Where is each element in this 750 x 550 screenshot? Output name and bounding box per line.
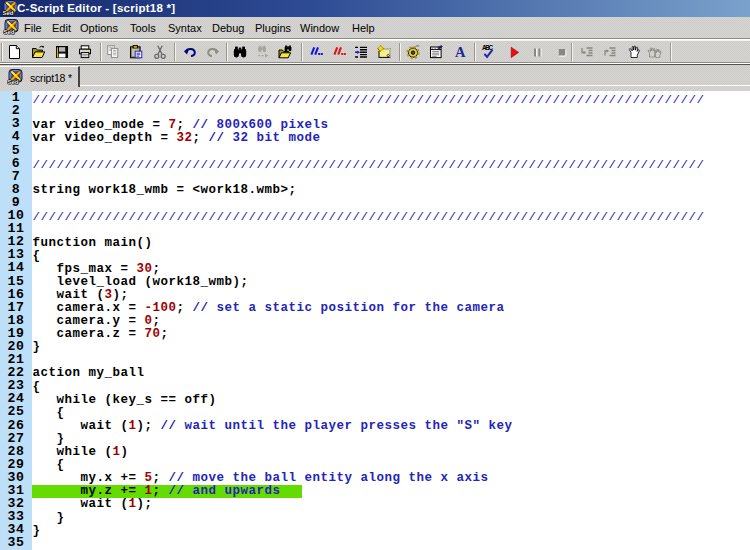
- svg-text:Sed: Sed: [8, 79, 19, 85]
- svg-text:A: A: [455, 44, 466, 60]
- svg-text:Sed: Sed: [3, 10, 14, 16]
- svg-text:Sed: Sed: [4, 29, 15, 35]
